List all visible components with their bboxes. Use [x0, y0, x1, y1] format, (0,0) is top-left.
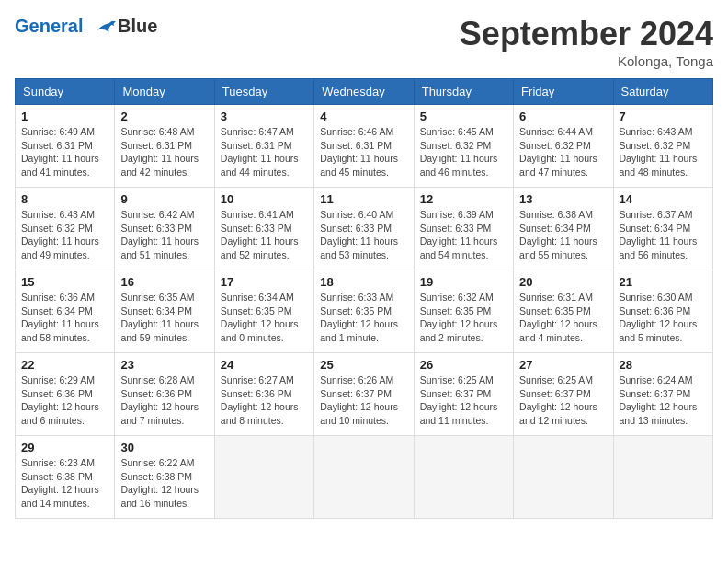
calendar-day-30: 30Sunrise: 6:22 AM Sunset: 6:38 PM Dayli…: [115, 436, 214, 519]
day-info: Sunrise: 6:43 AM Sunset: 6:32 PM Dayligh…: [620, 125, 707, 179]
day-info: Sunrise: 6:28 AM Sunset: 6:36 PM Dayligh…: [120, 373, 208, 428]
day-number: 1: [21, 109, 108, 123]
day-number: 10: [221, 192, 308, 206]
day-info: Sunrise: 6:45 AM Sunset: 6:32 PM Dayligh…: [420, 125, 507, 179]
calendar-day-6: 6Sunrise: 6:44 AM Sunset: 6:32 PM Daylig…: [514, 105, 613, 188]
calendar-day-21: 21Sunrise: 6:30 AM Sunset: 6:36 PM Dayli…: [613, 270, 712, 353]
header-friday: Friday: [514, 79, 613, 105]
day-info: Sunrise: 6:39 AM Sunset: 6:33 PM Dayligh…: [420, 208, 507, 262]
day-info: Sunrise: 6:49 AM Sunset: 6:31 PM Dayligh…: [21, 125, 108, 179]
title-section: September 2024 Kolonga, Tonga: [460, 15, 713, 69]
day-number: 28: [620, 358, 707, 372]
header-sunday: Sunday: [16, 79, 115, 105]
day-info: Sunrise: 6:25 AM Sunset: 6:37 PM Dayligh…: [519, 373, 607, 428]
calendar-day-empty: [314, 436, 414, 519]
day-info: Sunrise: 6:46 AM Sunset: 6:31 PM Dayligh…: [320, 125, 407, 179]
calendar-week-4: 22Sunrise: 6:29 AM Sunset: 6:36 PM Dayli…: [16, 353, 713, 436]
day-info: Sunrise: 6:41 AM Sunset: 6:33 PM Dayligh…: [221, 208, 308, 262]
day-info: Sunrise: 6:22 AM Sunset: 6:38 PM Dayligh…: [120, 456, 208, 511]
calendar-day-8: 8Sunrise: 6:43 AM Sunset: 6:32 PM Daylig…: [16, 188, 115, 270]
day-info: Sunrise: 6:40 AM Sunset: 6:33 PM Dayligh…: [320, 208, 407, 262]
logo-text-blue: Blue: [118, 16, 157, 36]
calendar-day-15: 15Sunrise: 6:36 AM Sunset: 6:34 PM Dayli…: [16, 270, 115, 353]
header-tuesday: Tuesday: [214, 79, 313, 105]
day-info: Sunrise: 6:36 AM Sunset: 6:34 PM Dayligh…: [21, 291, 108, 345]
calendar-day-16: 16Sunrise: 6:35 AM Sunset: 6:34 PM Dayli…: [115, 270, 214, 353]
calendar-day-26: 26Sunrise: 6:25 AM Sunset: 6:37 PM Dayli…: [414, 353, 513, 436]
day-number: 2: [120, 109, 208, 123]
logo-bird-icon: [90, 15, 116, 40]
day-number: 14: [620, 192, 707, 206]
calendar-day-23: 23Sunrise: 6:28 AM Sunset: 6:36 PM Dayli…: [115, 353, 214, 436]
calendar-day-18: 18Sunrise: 6:33 AM Sunset: 6:35 PM Dayli…: [314, 270, 414, 353]
month-title: September 2024: [460, 15, 713, 53]
calendar-header-row: SundayMondayTuesdayWednesdayThursdayFrid…: [16, 79, 713, 105]
calendar-week-5: 29Sunrise: 6:23 AM Sunset: 6:38 PM Dayli…: [16, 436, 713, 519]
day-number: 9: [120, 192, 208, 206]
day-info: Sunrise: 6:30 AM Sunset: 6:36 PM Dayligh…: [620, 291, 707, 345]
day-number: 3: [221, 109, 308, 123]
day-number: 12: [420, 192, 507, 206]
calendar-day-29: 29Sunrise: 6:23 AM Sunset: 6:38 PM Dayli…: [16, 436, 115, 519]
day-number: 11: [320, 192, 407, 206]
calendar-table: SundayMondayTuesdayWednesdayThursdayFrid…: [15, 78, 713, 519]
calendar-day-28: 28Sunrise: 6:24 AM Sunset: 6:37 PM Dayli…: [613, 353, 712, 436]
calendar-day-1: 1Sunrise: 6:49 AM Sunset: 6:31 PM Daylig…: [16, 105, 115, 188]
day-number: 30: [120, 441, 208, 454]
day-number: 23: [120, 358, 208, 372]
header-thursday: Thursday: [414, 79, 513, 105]
day-number: 6: [519, 109, 607, 123]
calendar-day-empty: [214, 436, 313, 519]
day-number: 20: [519, 275, 607, 289]
day-number: 29: [21, 441, 108, 454]
day-number: 5: [420, 109, 507, 123]
calendar-day-empty: [613, 436, 712, 519]
calendar-day-3: 3Sunrise: 6:47 AM Sunset: 6:31 PM Daylig…: [214, 105, 313, 188]
day-info: Sunrise: 6:35 AM Sunset: 6:34 PM Dayligh…: [120, 291, 208, 345]
calendar-day-13: 13Sunrise: 6:38 AM Sunset: 6:34 PM Dayli…: [514, 188, 613, 270]
day-info: Sunrise: 6:47 AM Sunset: 6:31 PM Dayligh…: [221, 125, 308, 179]
day-number: 8: [21, 192, 108, 206]
day-number: 7: [620, 109, 707, 123]
location: Kolonga, Tonga: [460, 53, 713, 69]
logo-text-general: General: [15, 16, 83, 36]
calendar-day-17: 17Sunrise: 6:34 AM Sunset: 6:35 PM Dayli…: [214, 270, 313, 353]
day-info: Sunrise: 6:44 AM Sunset: 6:32 PM Dayligh…: [519, 125, 607, 179]
day-info: Sunrise: 6:43 AM Sunset: 6:32 PM Dayligh…: [21, 208, 108, 262]
calendar-day-27: 27Sunrise: 6:25 AM Sunset: 6:37 PM Dayli…: [514, 353, 613, 436]
day-info: Sunrise: 6:29 AM Sunset: 6:36 PM Dayligh…: [21, 373, 108, 428]
day-info: Sunrise: 6:27 AM Sunset: 6:36 PM Dayligh…: [221, 373, 308, 428]
calendar-week-1: 1Sunrise: 6:49 AM Sunset: 6:31 PM Daylig…: [16, 105, 713, 188]
day-info: Sunrise: 6:33 AM Sunset: 6:35 PM Dayligh…: [320, 291, 407, 345]
calendar-day-25: 25Sunrise: 6:26 AM Sunset: 6:37 PM Dayli…: [314, 353, 414, 436]
calendar-week-2: 8Sunrise: 6:43 AM Sunset: 6:32 PM Daylig…: [16, 188, 713, 270]
calendar-day-4: 4Sunrise: 6:46 AM Sunset: 6:31 PM Daylig…: [314, 105, 414, 188]
calendar-day-7: 7Sunrise: 6:43 AM Sunset: 6:32 PM Daylig…: [613, 105, 712, 188]
page-header: General Blue September 2024 Kolonga, Ton…: [15, 15, 713, 69]
day-info: Sunrise: 6:31 AM Sunset: 6:35 PM Dayligh…: [519, 291, 607, 345]
calendar-day-9: 9Sunrise: 6:42 AM Sunset: 6:33 PM Daylig…: [115, 188, 214, 270]
day-number: 16: [120, 275, 208, 289]
calendar-day-14: 14Sunrise: 6:37 AM Sunset: 6:34 PM Dayli…: [613, 188, 712, 270]
header-monday: Monday: [115, 79, 214, 105]
day-info: Sunrise: 6:23 AM Sunset: 6:38 PM Dayligh…: [21, 456, 108, 511]
day-info: Sunrise: 6:42 AM Sunset: 6:33 PM Dayligh…: [120, 208, 208, 262]
header-saturday: Saturday: [613, 79, 712, 105]
calendar-day-22: 22Sunrise: 6:29 AM Sunset: 6:36 PM Dayli…: [16, 353, 115, 436]
day-number: 4: [320, 109, 407, 123]
day-info: Sunrise: 6:48 AM Sunset: 6:31 PM Dayligh…: [120, 125, 208, 179]
day-number: 19: [420, 275, 507, 289]
calendar-day-2: 2Sunrise: 6:48 AM Sunset: 6:31 PM Daylig…: [115, 105, 214, 188]
calendar-day-20: 20Sunrise: 6:31 AM Sunset: 6:35 PM Dayli…: [514, 270, 613, 353]
day-number: 24: [221, 358, 308, 372]
day-number: 18: [320, 275, 407, 289]
calendar-week-3: 15Sunrise: 6:36 AM Sunset: 6:34 PM Dayli…: [16, 270, 713, 353]
day-number: 27: [519, 358, 607, 372]
day-number: 22: [21, 358, 108, 372]
calendar-day-10: 10Sunrise: 6:41 AM Sunset: 6:33 PM Dayli…: [214, 188, 313, 270]
calendar-day-empty: [514, 436, 613, 519]
day-info: Sunrise: 6:26 AM Sunset: 6:37 PM Dayligh…: [320, 373, 407, 428]
day-number: 21: [620, 275, 707, 289]
day-number: 25: [320, 358, 407, 372]
header-wednesday: Wednesday: [314, 79, 414, 105]
